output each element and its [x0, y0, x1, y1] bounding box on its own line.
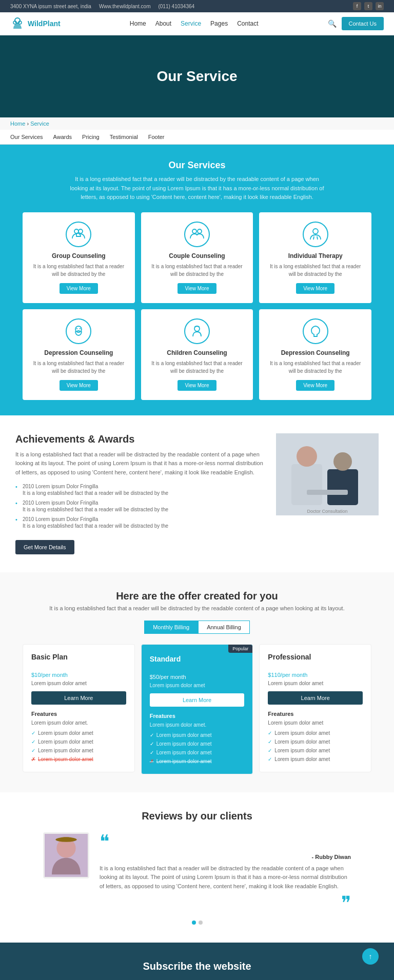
service-desc-group: It is a long established fact that a rea… [30, 263, 128, 278]
service-title-group: Group Counseling [30, 252, 128, 259]
professional-feature-3: ✓Lorem ipsum dolor amet [268, 746, 363, 755]
svg-point-3 [74, 229, 78, 233]
reviewer-photo [43, 832, 89, 878]
standard-learn-more-button[interactable]: Learn More [150, 693, 245, 707]
basic-plan-desc: Lorem ipsum dolor amet [31, 681, 126, 686]
standard-features-title: Freatures [150, 713, 245, 719]
review-dot-2[interactable] [199, 921, 203, 925]
service-btn-depression2[interactable]: View More [296, 380, 334, 391]
subscribe-section: Subscribe the website Submit [0, 943, 394, 980]
top-bar-left: 3400 XYNA ipsum street aeet, india Www.t… [10, 4, 194, 9]
nav-about[interactable]: About [155, 20, 171, 27]
section-nav-awards[interactable]: Awards [53, 134, 72, 140]
linkedin-icon[interactable]: in [376, 2, 384, 10]
search-button[interactable]: 🔍 [328, 19, 337, 28]
award-item-3: 2010 Lorem ipsum Dolor Fringilla It is a… [15, 516, 263, 529]
svg-point-0 [15, 18, 20, 23]
logo-text: WildPlant [28, 19, 61, 28]
review-text: It is a long established fact that a rea… [100, 864, 351, 891]
check-icon-p4: ✓ [268, 756, 272, 762]
annual-billing-button[interactable]: Annual Billing [198, 621, 250, 634]
review-dots [10, 921, 384, 925]
pricing-cards: Basic Plan $10/per month Lorem ipsum dol… [23, 644, 371, 774]
monthly-billing-button[interactable]: Monthly Billing [144, 621, 198, 634]
standard-plan-price: $50/per month [150, 666, 245, 683]
pricing-title: Here are the offer created for you [10, 590, 384, 602]
basic-features-intro: Lorem ipsum dolor amet. [31, 720, 126, 726]
twitter-icon[interactable]: t [364, 2, 372, 10]
nav-pages[interactable]: Pages [210, 20, 228, 27]
service-icon-depression1 [66, 318, 91, 344]
service-btn-group[interactable]: View More [60, 283, 98, 294]
awards-image: Doctor Consultation [276, 433, 379, 515]
section-nav-footer[interactable]: Footer [148, 134, 165, 140]
price-card-professional: Professional $110/per month Lorem ipsum … [259, 644, 371, 772]
nav-service[interactable]: Service [181, 20, 201, 27]
award-item-2: 2010 Lorem ipsum Dolor Fringilla It is a… [15, 500, 263, 512]
nav-contact[interactable]: Contact [237, 20, 258, 27]
standard-feature-4: ✗Lorem ipsum dolor amet [150, 757, 245, 766]
services-description: It is a long established fact that a rea… [69, 175, 325, 202]
review-content: ❝ - Rubby Diwan It is a long established… [100, 832, 351, 913]
top-bar: 3400 XYNA ipsum street aeet, india Www.t… [0, 0, 394, 12]
svg-point-8 [75, 326, 82, 332]
professional-features-intro: Lorem ipsum dolor amet [268, 720, 363, 726]
scroll-top-button[interactable]: ↑ [362, 948, 379, 965]
standard-feature-3: ✓Lorem ipsum dolor amet [150, 748, 245, 757]
facebook-icon[interactable]: f [353, 2, 361, 10]
service-btn-children[interactable]: View More [178, 380, 216, 391]
subscribe-title: Subscribe the website [10, 961, 384, 972]
check-icon-s1: ✓ [150, 732, 154, 738]
check-icon-1: ✓ [31, 730, 35, 736]
service-title-depression2: Depression Counseling [266, 349, 364, 356]
section-nav: Our Services Awards Pricing Testimonial … [0, 130, 394, 145]
get-more-button[interactable]: Get More Details [15, 540, 74, 554]
basic-plan-title: Basic Plan [31, 653, 126, 661]
review-dot-1[interactable] [192, 921, 196, 925]
service-card-depression2: Depression Counseling It is a long estab… [259, 309, 371, 400]
service-desc-depression2: It is a long established fact that a rea… [266, 359, 364, 375]
nav-home[interactable]: Home [130, 20, 146, 27]
svg-point-15 [297, 446, 317, 467]
section-nav-pricing[interactable]: Pricing [82, 134, 100, 140]
awards-title: Achievements & Awards [15, 433, 263, 445]
services-title: Our Services [10, 160, 384, 171]
basic-feature-1: ✓Lorem ipsum dolor amet [31, 729, 126, 737]
service-desc-depression1: It is a long established fact that a rea… [30, 359, 128, 375]
svg-point-4 [78, 229, 83, 233]
check-icon-p3: ✓ [268, 748, 272, 753]
x-icon-s1: ✗ [150, 758, 154, 764]
check-icon-2: ✓ [31, 739, 35, 745]
basic-plan-price: $10/per month [31, 664, 126, 681]
website: Www.thewildplant.com [99, 4, 151, 9]
professional-feature-4: ✓Lorem ipsum dolor amet [268, 755, 363, 764]
basic-feature-2: ✓Lorem ipsum dolor amet [31, 737, 126, 746]
logo[interactable]: WildPlant [10, 16, 61, 31]
section-nav-our-services[interactable]: Our Services [10, 134, 43, 140]
svg-rect-14 [291, 464, 322, 505]
logo-icon [10, 16, 25, 31]
breadcrumb-home[interactable]: Home [10, 121, 25, 127]
svg-rect-18 [307, 490, 348, 495]
check-icon-p2: ✓ [268, 739, 272, 745]
top-bar-social: f t in [353, 2, 384, 10]
svg-point-6 [198, 229, 202, 233]
service-desc-individual: It is a long established fact that a rea… [266, 263, 364, 278]
pricing-description: It is a long established fact that a rea… [10, 605, 384, 611]
price-card-basic: Basic Plan $10/per month Lorem ipsum dol… [23, 644, 135, 772]
service-title-individual: Individual Therapy [266, 252, 364, 259]
section-nav-testimonial[interactable]: Testimonial [110, 134, 138, 140]
basic-learn-more-button[interactable]: Learn More [31, 691, 126, 705]
service-icon-children [184, 318, 210, 344]
service-desc-children: It is a long established fact that a rea… [148, 359, 246, 375]
billing-toggle: Monthly Billing Annual Billing [10, 621, 384, 634]
awards-right: Doctor Consultation [276, 433, 379, 554]
service-btn-depression1[interactable]: View More [60, 380, 98, 391]
contact-us-button[interactable]: Contact Us [342, 17, 384, 30]
service-btn-couple[interactable]: View More [178, 283, 216, 294]
award-item-1: 2010 Lorem ipsum Dolor Fringilla It is a… [15, 484, 263, 496]
awards-description: It is a long established fact that a rea… [15, 450, 263, 477]
professional-learn-more-button[interactable]: Learn More [268, 691, 363, 705]
main-nav: Home About Service Pages Contact [130, 20, 259, 27]
service-btn-individual[interactable]: View More [296, 283, 334, 294]
